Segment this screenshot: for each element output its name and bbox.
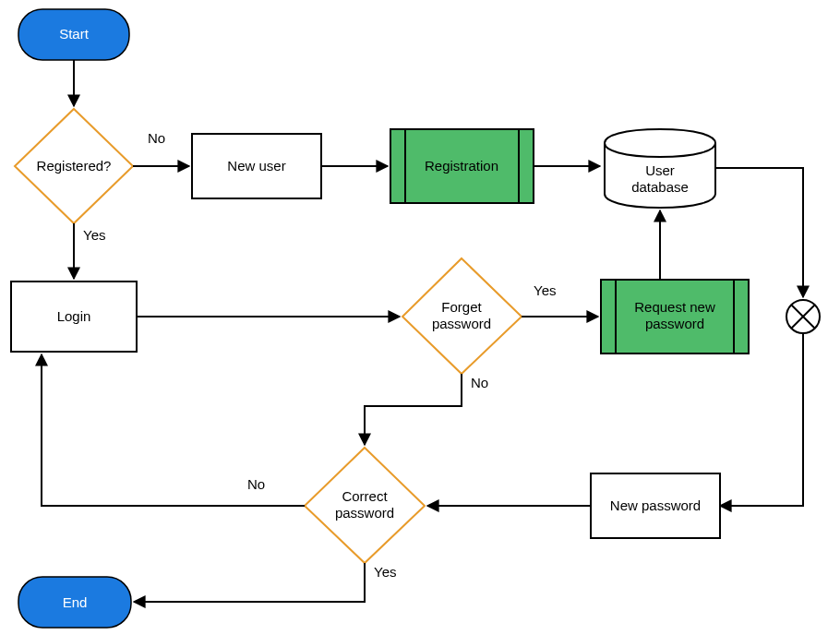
summing-junction bbox=[786, 300, 820, 333]
registered-decision: Registered? bbox=[15, 109, 133, 223]
registered-yes-label: Yes bbox=[83, 227, 105, 243]
forget-password-decision: Forget password bbox=[402, 258, 522, 374]
correct-password-decision: Correct password bbox=[305, 448, 425, 563]
login-node: Login bbox=[11, 282, 137, 352]
end-node: End bbox=[18, 577, 131, 628]
edge-correct-yes bbox=[134, 563, 365, 602]
forget-no-label: No bbox=[471, 375, 488, 390]
user-db-label-2: database bbox=[631, 179, 689, 195]
forget-label-2: password bbox=[432, 316, 491, 331]
registration-node: Registration bbox=[390, 129, 534, 203]
correct-yes-label: Yes bbox=[374, 564, 396, 580]
new-user-label: New user bbox=[227, 158, 285, 174]
registered-no-label: No bbox=[148, 130, 165, 146]
end-label: End bbox=[63, 594, 88, 610]
new-password-label: New password bbox=[610, 497, 701, 513]
start-label: Start bbox=[59, 26, 90, 42]
correct-label-2: password bbox=[335, 505, 394, 521]
new-password-node: New password bbox=[591, 473, 720, 538]
user-database-node: User database bbox=[605, 129, 715, 208]
forget-label-1: Forget bbox=[441, 299, 482, 315]
edge-correct-no bbox=[42, 354, 305, 506]
edge-summing-to-newpassword bbox=[720, 333, 803, 506]
start-node: Start bbox=[18, 9, 129, 60]
request-label-2: password bbox=[645, 316, 704, 331]
edge-db-to-summing bbox=[715, 168, 803, 297]
request-new-password-node: Request new password bbox=[601, 280, 749, 353]
registered-label: Registered? bbox=[37, 158, 112, 174]
flowchart: Start Registered? No New user Registrati… bbox=[0, 0, 840, 635]
edge-forget-no bbox=[365, 374, 462, 445]
forget-yes-label: Yes bbox=[534, 282, 556, 298]
new-user-node: New user bbox=[192, 134, 321, 198]
correct-label-1: Correct bbox=[342, 488, 388, 504]
registration-label: Registration bbox=[425, 158, 498, 174]
user-db-label-1: User bbox=[645, 162, 675, 178]
correct-no-label: No bbox=[247, 476, 265, 492]
request-label-1: Request new bbox=[634, 299, 715, 315]
login-label: Login bbox=[57, 308, 91, 324]
